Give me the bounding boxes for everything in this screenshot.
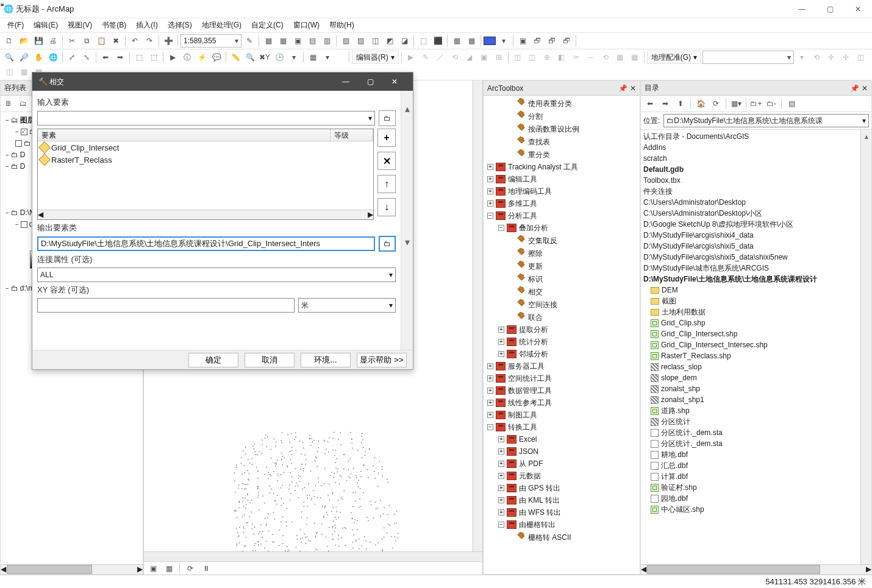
- scale-tool-icon[interactable]: ✎: [243, 34, 256, 48]
- catalog-item[interactable]: 分区统计._dem.sta: [661, 438, 723, 449]
- expand-icon[interactable]: +: [487, 375, 493, 381]
- tool14-icon[interactable]: ▦: [465, 34, 478, 48]
- redo-icon[interactable]: ↷: [143, 34, 156, 48]
- scale-combo[interactable]: 1:589,355▾: [180, 34, 241, 48]
- tool-item[interactable]: 更新: [528, 260, 543, 272]
- catalog-item[interactable]: D:\MyStudyFile\城市信息系统\ARCGIS: [643, 263, 769, 274]
- expand-icon[interactable]: +: [498, 461, 504, 467]
- tool15-icon[interactable]: ▣: [516, 34, 529, 48]
- catalog-item[interactable]: C:\Users\Administrator\Desktop: [643, 197, 746, 208]
- tool-item[interactable]: 查找表: [528, 136, 550, 148]
- expand-icon[interactable]: +: [487, 188, 493, 194]
- catalog-item[interactable]: D:\MyStudyFile\arcgis\shixi5_data: [643, 241, 754, 252]
- tool8-icon[interactable]: ◫: [368, 34, 382, 48]
- expand-icon[interactable]: +: [498, 509, 504, 515]
- scroll-up-icon[interactable]: ▴: [405, 103, 410, 115]
- cat-toggle-icon[interactable]: ▤: [785, 97, 798, 110]
- pin-icon[interactable]: 📌: [618, 84, 627, 93]
- catalog-item[interactable]: AddIns: [643, 142, 666, 153]
- georef-layer-combo[interactable]: ▾: [702, 51, 794, 64]
- help-button[interactable]: 显示帮助 >>: [357, 353, 407, 367]
- toolbox-item[interactable]: 元数据: [519, 470, 541, 482]
- catalog-item[interactable]: 耕地.dbf: [661, 449, 688, 460]
- clear-sel-icon[interactable]: ⬚: [147, 51, 160, 64]
- tool-item[interactable]: 按函数重设比例: [528, 123, 579, 135]
- expand-icon[interactable]: −: [487, 213, 493, 219]
- tool7-icon[interactable]: ▨: [354, 34, 367, 48]
- output-browse-icon[interactable]: 🗀: [379, 236, 396, 252]
- minimize-button[interactable]: —: [788, 0, 816, 18]
- catalog-item[interactable]: Toolbox.tbx: [643, 175, 681, 186]
- map-scroll-h[interactable]: [144, 551, 482, 561]
- output-field[interactable]: D:\MyStudyFile\土地信息系统\土地信息系统课程设计\Grid_Cl…: [37, 236, 375, 251]
- tool-item[interactable]: 空间连接: [528, 299, 557, 311]
- catalog-item[interactable]: Grid_Clip.shp: [661, 317, 706, 328]
- cat-fwd-icon[interactable]: ➡: [659, 97, 672, 110]
- toc-list-icon[interactable]: 🗎: [2, 97, 15, 110]
- move-down-button[interactable]: ↓: [377, 198, 396, 216]
- expand-icon[interactable]: +: [498, 339, 504, 345]
- toolbox-item[interactable]: 空间统计工具: [508, 372, 552, 384]
- pointer-icon[interactable]: ▶: [166, 51, 179, 64]
- prev-extent-icon[interactable]: ⬅: [99, 51, 112, 64]
- toolbox-item[interactable]: 邻域分析: [519, 348, 548, 360]
- hyperlink-icon[interactable]: ⚡: [195, 51, 209, 64]
- tool-item[interactable]: 栅格转 ASCII: [528, 531, 571, 544]
- xy-icon[interactable]: ✖Y: [258, 51, 271, 64]
- expand-icon[interactable]: +: [487, 412, 493, 418]
- expand-icon[interactable]: +: [487, 400, 493, 406]
- move-up-button[interactable]: ↑: [377, 175, 396, 193]
- catalog-item[interactable]: 认工作目录 - Documents\ArcGIS: [643, 131, 749, 142]
- editor-menu[interactable]: 编辑器(R)▾: [352, 51, 399, 64]
- tool10-icon[interactable]: ◪: [398, 34, 411, 48]
- catalog-item[interactable]: 分区统计._dem.sta: [661, 427, 723, 438]
- menu-item[interactable]: 编辑(E): [29, 19, 63, 32]
- expand-icon[interactable]: +: [498, 473, 504, 479]
- toolbox-item[interactable]: 提取分析: [519, 324, 548, 336]
- toolbox-item[interactable]: 由 KML 转出: [519, 494, 560, 506]
- expand-icon[interactable]: +: [487, 200, 493, 207]
- feature-row[interactable]: RasterT_Reclass: [51, 155, 112, 165]
- tool-b-icon[interactable]: ▦: [306, 51, 320, 64]
- toc-layer[interactable]: D: [20, 161, 26, 172]
- tool-a-icon[interactable]: ▾: [287, 51, 301, 64]
- expand-icon[interactable]: +: [487, 363, 493, 369]
- tool12-icon[interactable]: ⬛: [431, 34, 445, 48]
- catalog-item[interactable]: 园地.dbf: [661, 493, 688, 504]
- menu-item[interactable]: 自定义(C): [246, 19, 288, 32]
- tool9-icon[interactable]: ◩: [383, 34, 396, 48]
- catalog-item[interactable]: zonalst_shp: [661, 383, 700, 394]
- cut-icon[interactable]: ✂: [65, 34, 79, 48]
- menu-item[interactable]: 书签(B): [97, 19, 131, 32]
- expand-icon[interactable]: +: [498, 351, 504, 357]
- toolbox-item[interactable]: 从 PDF: [519, 458, 543, 470]
- toolbox-item[interactable]: 由 GPS 转出: [519, 482, 560, 494]
- toc-source-icon[interactable]: 🗂: [16, 97, 30, 110]
- print-icon[interactable]: 🖨: [46, 34, 60, 48]
- tool13-icon[interactable]: ▦: [450, 34, 463, 48]
- new-icon[interactable]: 🗋: [2, 34, 16, 48]
- cancel-button[interactable]: 取消: [245, 353, 295, 367]
- catalog-item[interactable]: C:\Users\Administrator\Desktop\小区: [643, 208, 762, 219]
- toolbox-item[interactable]: 叠加分析: [519, 222, 548, 234]
- menu-item[interactable]: 视图(V): [63, 19, 97, 32]
- scroll-down-icon[interactable]: ▾: [405, 236, 410, 248]
- tool1-icon[interactable]: ▦: [262, 34, 275, 48]
- undo-icon[interactable]: ↶: [128, 34, 141, 48]
- tool6-icon[interactable]: ▧: [339, 34, 352, 48]
- toolbox-item[interactable]: Tracking Analyst 工具: [508, 161, 578, 173]
- delete-icon[interactable]: ✖: [109, 34, 123, 48]
- fixed-zoom-out-icon[interactable]: ⤡: [80, 51, 93, 64]
- time-icon[interactable]: 🕒: [273, 51, 286, 64]
- catalog-item[interactable]: 分区统计: [661, 416, 690, 427]
- catalog-item[interactable]: 中心城区.shp: [661, 504, 704, 515]
- expand-icon[interactable]: −: [498, 522, 504, 528]
- dlg-max-icon[interactable]: ▢: [358, 73, 382, 91]
- tool-item[interactable]: 联合: [528, 311, 543, 324]
- tool-item[interactable]: 相交: [528, 286, 543, 298]
- fixed-zoom-in-icon[interactable]: ⤢: [65, 51, 79, 64]
- toolbox-item[interactable]: 线性参考工具: [508, 397, 552, 409]
- tool3-icon[interactable]: ▣: [291, 34, 304, 48]
- xy-input[interactable]: [37, 298, 295, 313]
- toolbox-item[interactable]: 地理编码工具: [508, 185, 552, 197]
